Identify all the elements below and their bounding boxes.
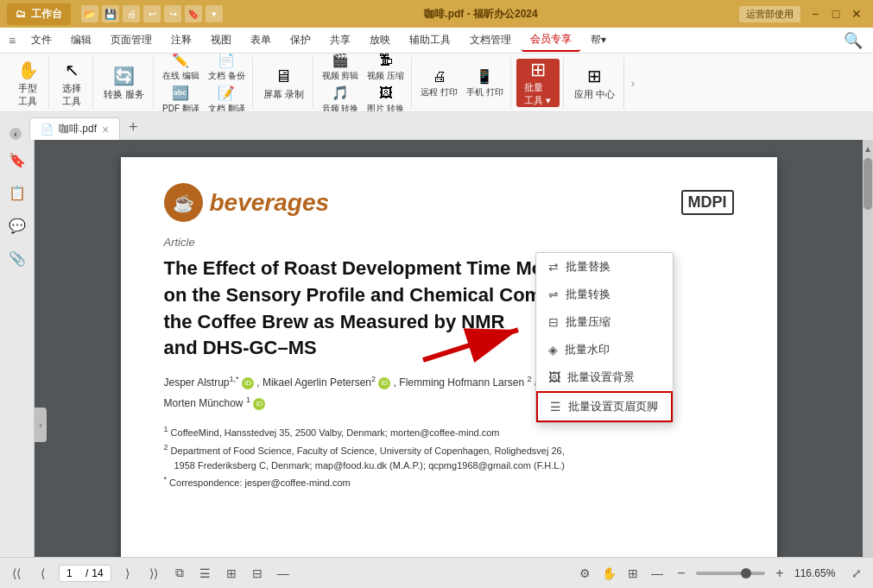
close-button[interactable]: ✕ <box>847 4 866 23</box>
dropdown-icon[interactable]: ▾ <box>206 5 223 22</box>
menu-plugin[interactable]: 放映 <box>361 29 399 51</box>
separator-icon: — <box>274 564 293 583</box>
toolbar-scroll-right[interactable]: › <box>626 57 640 108</box>
workspace-btn[interactable]: 🗂 工作台 <box>7 3 71 25</box>
menu-member[interactable]: 会员专享 <box>522 28 580 52</box>
affiliations-section: 1 CoffeeMind, Hansstedvej 35, 2500 Valby… <box>164 423 734 490</box>
hand-tool-button[interactable]: ✋ 手型工具 <box>10 56 45 110</box>
menu-comment[interactable]: 注释 <box>162 29 200 51</box>
redo-icon[interactable]: ↪ <box>164 5 181 22</box>
copy-icon[interactable]: ⧉ <box>170 564 189 583</box>
phone-print-btn[interactable]: 📱 手机 打印 <box>463 66 507 99</box>
tab-close-button[interactable]: × <box>102 123 109 136</box>
print-icon[interactable]: 🖨 <box>123 5 140 22</box>
zoom-in-btn[interactable]: + <box>770 564 789 583</box>
doc-backup-btn[interactable]: 📄 文档 备份 <box>205 54 249 83</box>
video-edit-btn[interactable]: 🎬 视频 剪辑 <box>319 54 363 83</box>
search-icon[interactable]: 🔍 <box>837 31 870 50</box>
prev-page-btn[interactable]: ⟨ <box>33 564 52 583</box>
menu-help[interactable]: 帮▾ <box>582 29 615 51</box>
video-compress-btn[interactable]: 🗜 视频 压缩 <box>364 54 408 83</box>
tool-group-edit: ✏️ 在线 编辑 📄 文档 备份 🔤 PDF 翻译 📝 文档 翻译 <box>155 57 253 109</box>
left-sidebar: 🔖 📋 💬 📎 <box>0 140 35 557</box>
right-scrollbar[interactable]: ▲ <box>863 140 873 557</box>
pan-icon[interactable]: ✋ <box>599 564 618 583</box>
batch-background-item[interactable]: 🖼 批量设置背景 <box>536 364 673 391</box>
menu-protect[interactable]: 保护 <box>282 29 319 51</box>
current-page[interactable]: 1 <box>66 567 82 579</box>
undo-icon[interactable]: ↩ <box>143 5 161 22</box>
pdf-tab[interactable]: 📄 咖啡.pdf × <box>29 117 120 140</box>
orcid-icon-1: ID <box>242 377 254 389</box>
bookmark-view-icon[interactable]: ☰ <box>196 564 215 583</box>
menu-form[interactable]: 表单 <box>242 29 280 51</box>
remote-print-btn[interactable]: 🖨 远程 打印 <box>417 66 461 99</box>
settings-icon[interactable]: ⚙ <box>575 564 594 583</box>
author5-sup: 1 <box>246 395 250 404</box>
menu-file[interactable]: 文件 <box>22 29 60 51</box>
app-center-btn[interactable]: ⊞ 应用 中心 <box>569 62 620 103</box>
menu-share[interactable]: 共享 <box>321 29 359 51</box>
affil1-num: 1 <box>164 425 168 433</box>
menu-doc-mgmt[interactable]: 文档管理 <box>461 29 520 51</box>
fullscreen-btn[interactable]: ⤢ <box>847 564 866 583</box>
tab-scroll-left[interactable]: ‹ <box>9 128 22 140</box>
open-icon[interactable]: 📂 <box>81 5 98 22</box>
audio-convert-btn[interactable]: 🎵 音频 转换 <box>319 83 363 113</box>
stamp-icon[interactable]: 🔖 <box>185 5 202 22</box>
menu-toggle[interactable]: ≡ <box>3 30 21 51</box>
video-edit-icon: 🎬 <box>331 54 350 70</box>
title-bar: 🗂 工作台 📂 💾 🖨 ↩ ↪ 🔖 ▾ 咖啡.pdf - 福昕办公2024 运营… <box>0 0 873 28</box>
article-label: Article <box>164 236 734 249</box>
new-tab-button[interactable]: + <box>122 116 144 138</box>
video-edit-label: 视频 剪辑 <box>322 70 359 82</box>
batch-watermark-label: 批量水印 <box>565 342 610 357</box>
sidebar-thumbnail-icon[interactable]: 📋 <box>4 180 30 205</box>
minus-icon[interactable]: — <box>648 564 667 583</box>
convert-btn[interactable]: 🔄 转换 服务 <box>98 62 149 103</box>
print-row: 🖨 远程 打印 📱 手机 打印 <box>417 66 507 99</box>
online-edit-icon: ✏️ <box>171 54 190 70</box>
zoom-percent-display: 116.65% <box>794 567 842 579</box>
batch-tool-label: 批量工具 ▾ <box>524 81 551 107</box>
select-tool-button[interactable]: ↖ 选择工具 <box>54 56 89 110</box>
menu-assist[interactable]: 辅助工具 <box>401 29 459 51</box>
minimize-button[interactable]: − <box>806 4 825 23</box>
pdf-translate-btn[interactable]: 🔤 PDF 翻译 <box>159 83 203 113</box>
online-edit-btn[interactable]: ✏️ 在线 编辑 <box>159 54 203 83</box>
dept-button[interactable]: 运营部使用 <box>739 6 800 22</box>
grid-icon[interactable]: ⊞ <box>623 564 642 583</box>
batch-convert-item[interactable]: ⇌ 批量转换 <box>536 281 673 308</box>
batch-convert-icon: ⇌ <box>548 288 559 301</box>
zoom-slider[interactable] <box>696 572 765 575</box>
collapse-sidebar-btn[interactable]: › <box>35 408 47 442</box>
last-page-btn[interactable]: ⟩⟩ <box>144 564 163 583</box>
batch-compress-item[interactable]: ⊟ 批量压缩 <box>536 308 673 336</box>
grid-view-icon[interactable]: ⊞ <box>222 564 241 583</box>
zoom-slider-thumb[interactable] <box>741 568 751 579</box>
save-icon[interactable]: 💾 <box>102 5 119 22</box>
mdpi-logo: MDPI <box>681 190 734 215</box>
maximize-button[interactable]: □ <box>826 4 845 23</box>
doc-translate-btn[interactable]: 📝 文档 翻译 <box>205 83 249 113</box>
image-convert-btn[interactable]: 🖼 图片 转换 <box>364 83 408 113</box>
scroll-thumb[interactable] <box>864 158 872 210</box>
first-page-btn[interactable]: ⟨⟨ <box>7 564 26 583</box>
edit-top-row: ✏️ 在线 编辑 📄 文档 备份 <box>159 54 249 83</box>
sidebar-bookmark-icon[interactable]: 🔖 <box>4 147 30 173</box>
menu-edit[interactable]: 编辑 <box>62 29 100 51</box>
next-page-btn[interactable]: ⟩ <box>118 564 137 583</box>
batch-tool-btn[interactable]: ⊞ 批量工具 ▾ <box>516 59 560 107</box>
menu-page-mgmt[interactable]: 页面管理 <box>102 29 161 51</box>
menu-view[interactable]: 视图 <box>202 29 240 51</box>
sidebar-comment-icon[interactable]: 💬 <box>4 212 30 238</box>
phone-print-icon: 📱 <box>475 67 494 86</box>
scroll-up-btn[interactable]: ▲ <box>863 140 873 157</box>
batch-watermark-item[interactable]: ◈ 批量水印 <box>536 336 673 364</box>
screen-record-btn[interactable]: 🖥 屏幕 录制 <box>258 62 309 103</box>
batch-replace-item[interactable]: ⇄ 批量替换 <box>536 253 673 281</box>
sidebar-attachment-icon[interactable]: 📎 <box>4 245 30 271</box>
batch-header-footer-item[interactable]: ☰ 批量设置页眉页脚 <box>536 391 673 422</box>
zoom-out-btn[interactable]: − <box>672 564 691 583</box>
double-view-icon[interactable]: ⊟ <box>248 564 267 583</box>
